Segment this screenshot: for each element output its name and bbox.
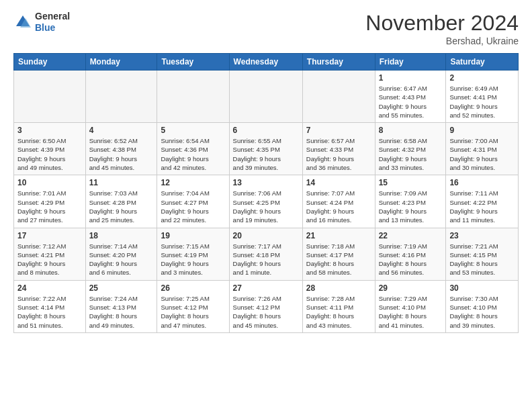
- table-row: 6Sunrise: 6:55 AM Sunset: 4:35 PM Daylig…: [229, 123, 302, 175]
- day-number: 12: [161, 178, 225, 187]
- table-row: 21Sunrise: 7:18 AM Sunset: 4:17 PM Dayli…: [302, 228, 375, 280]
- day-number: 15: [379, 178, 443, 187]
- table-row: [14, 71, 86, 123]
- table-row: 13Sunrise: 7:06 AM Sunset: 4:25 PM Dayli…: [229, 175, 302, 228]
- day-info: Sunrise: 7:11 AM Sunset: 4:22 PM Dayligh…: [449, 189, 515, 224]
- col-thursday: Thursday: [302, 54, 375, 71]
- table-row: 3Sunrise: 6:50 AM Sunset: 4:39 PM Daylig…: [14, 123, 86, 175]
- logo-icon: [13, 13, 32, 32]
- day-info: Sunrise: 6:50 AM Sunset: 4:39 PM Dayligh…: [17, 136, 82, 172]
- table-row: 20Sunrise: 7:17 AM Sunset: 4:18 PM Dayli…: [229, 228, 302, 280]
- logo: General Blue: [13, 11, 70, 34]
- col-sunday: Sunday: [14, 54, 86, 71]
- table-row: 15Sunrise: 7:09 AM Sunset: 4:23 PM Dayli…: [375, 175, 446, 228]
- day-number: 25: [89, 283, 154, 293]
- day-info: Sunrise: 7:00 AM Sunset: 4:31 PM Dayligh…: [449, 136, 515, 172]
- day-info: Sunrise: 6:58 AM Sunset: 4:32 PM Dayligh…: [379, 136, 443, 172]
- day-number: 4: [89, 126, 154, 135]
- table-row: 30Sunrise: 7:30 AM Sunset: 4:10 PM Dayli…: [446, 280, 519, 332]
- table-row: [85, 71, 157, 123]
- day-number: 7: [306, 126, 371, 135]
- table-row: 19Sunrise: 7:15 AM Sunset: 4:19 PM Dayli…: [157, 228, 229, 280]
- day-info: Sunrise: 7:06 AM Sunset: 4:25 PM Dayligh…: [233, 189, 299, 224]
- table-row: 27Sunrise: 7:26 AM Sunset: 4:12 PM Dayli…: [229, 280, 302, 332]
- day-number: 21: [306, 231, 371, 240]
- day-info: Sunrise: 7:04 AM Sunset: 4:27 PM Dayligh…: [161, 189, 225, 224]
- day-number: 9: [449, 126, 515, 135]
- title-block: November 2024 Bershad, Ukraine: [365, 11, 519, 46]
- calendar-table: Sunday Monday Tuesday Wednesday Thursday…: [13, 53, 519, 333]
- day-info: Sunrise: 6:49 AM Sunset: 4:41 PM Dayligh…: [449, 84, 515, 120]
- calendar-week-row: 10Sunrise: 7:01 AM Sunset: 4:29 PM Dayli…: [14, 175, 519, 228]
- col-friday: Friday: [375, 54, 446, 71]
- table-row: 25Sunrise: 7:24 AM Sunset: 4:13 PM Dayli…: [85, 280, 157, 332]
- page: General Blue November 2024 Bershad, Ukra…: [0, 0, 532, 411]
- col-wednesday: Wednesday: [229, 54, 302, 71]
- day-number: 19: [161, 231, 225, 240]
- calendar-header-row: Sunday Monday Tuesday Wednesday Thursday…: [14, 54, 519, 71]
- calendar-week-row: 24Sunrise: 7:22 AM Sunset: 4:14 PM Dayli…: [14, 280, 519, 332]
- col-tuesday: Tuesday: [157, 54, 229, 71]
- day-number: 13: [233, 178, 299, 187]
- day-info: Sunrise: 7:18 AM Sunset: 4:17 PM Dayligh…: [306, 242, 371, 277]
- col-monday: Monday: [85, 54, 157, 71]
- table-row: 14Sunrise: 7:07 AM Sunset: 4:24 PM Dayli…: [302, 175, 375, 228]
- day-number: 14: [306, 178, 371, 187]
- day-number: 11: [89, 178, 154, 187]
- table-row: [157, 71, 229, 123]
- day-info: Sunrise: 7:14 AM Sunset: 4:20 PM Dayligh…: [89, 242, 154, 277]
- table-row: 11Sunrise: 7:03 AM Sunset: 4:28 PM Dayli…: [85, 175, 157, 228]
- day-number: 16: [449, 178, 515, 187]
- day-info: Sunrise: 6:57 AM Sunset: 4:33 PM Dayligh…: [306, 136, 371, 172]
- day-info: Sunrise: 6:52 AM Sunset: 4:38 PM Dayligh…: [89, 136, 154, 172]
- table-row: 23Sunrise: 7:21 AM Sunset: 4:15 PM Dayli…: [446, 228, 519, 280]
- calendar-week-row: 3Sunrise: 6:50 AM Sunset: 4:39 PM Daylig…: [14, 123, 519, 175]
- header: General Blue November 2024 Bershad, Ukra…: [13, 11, 519, 46]
- day-number: 10: [17, 178, 82, 187]
- day-info: Sunrise: 6:54 AM Sunset: 4:36 PM Dayligh…: [161, 136, 225, 172]
- day-info: Sunrise: 7:26 AM Sunset: 4:12 PM Dayligh…: [233, 294, 299, 330]
- table-row: [302, 71, 375, 123]
- day-info: Sunrise: 7:29 AM Sunset: 4:10 PM Dayligh…: [379, 294, 443, 330]
- day-info: Sunrise: 7:21 AM Sunset: 4:15 PM Dayligh…: [449, 242, 515, 277]
- day-info: Sunrise: 7:30 AM Sunset: 4:10 PM Dayligh…: [449, 294, 515, 330]
- table-row: 8Sunrise: 6:58 AM Sunset: 4:32 PM Daylig…: [375, 123, 446, 175]
- day-info: Sunrise: 7:01 AM Sunset: 4:29 PM Dayligh…: [17, 189, 82, 224]
- day-number: 27: [233, 283, 299, 293]
- day-info: Sunrise: 6:55 AM Sunset: 4:35 PM Dayligh…: [233, 136, 299, 172]
- location: Bershad, Ukraine: [365, 36, 519, 46]
- day-info: Sunrise: 7:15 AM Sunset: 4:19 PM Dayligh…: [161, 242, 225, 277]
- day-info: Sunrise: 7:09 AM Sunset: 4:23 PM Dayligh…: [379, 189, 443, 224]
- day-number: 6: [233, 126, 299, 135]
- table-row: 7Sunrise: 6:57 AM Sunset: 4:33 PM Daylig…: [302, 123, 375, 175]
- day-number: 24: [17, 283, 82, 293]
- day-info: Sunrise: 7:24 AM Sunset: 4:13 PM Dayligh…: [89, 294, 154, 330]
- day-number: 17: [17, 231, 82, 240]
- table-row: 26Sunrise: 7:25 AM Sunset: 4:12 PM Dayli…: [157, 280, 229, 332]
- day-info: Sunrise: 7:12 AM Sunset: 4:21 PM Dayligh…: [17, 242, 82, 277]
- table-row: 17Sunrise: 7:12 AM Sunset: 4:21 PM Dayli…: [14, 228, 86, 280]
- day-number: 8: [379, 126, 443, 135]
- day-info: Sunrise: 7:28 AM Sunset: 4:11 PM Dayligh…: [306, 294, 371, 330]
- day-number: 23: [449, 231, 515, 240]
- table-row: 4Sunrise: 6:52 AM Sunset: 4:38 PM Daylig…: [85, 123, 157, 175]
- table-row: 16Sunrise: 7:11 AM Sunset: 4:22 PM Dayli…: [446, 175, 519, 228]
- table-row: 10Sunrise: 7:01 AM Sunset: 4:29 PM Dayli…: [14, 175, 86, 228]
- month-title: November 2024: [365, 11, 519, 36]
- day-number: 2: [449, 73, 515, 83]
- day-number: 28: [306, 283, 371, 293]
- day-number: 18: [89, 231, 154, 240]
- calendar-week-row: 1Sunrise: 6:47 AM Sunset: 4:43 PM Daylig…: [14, 71, 519, 123]
- day-number: 26: [161, 283, 225, 293]
- table-row: 9Sunrise: 7:00 AM Sunset: 4:31 PM Daylig…: [446, 123, 519, 175]
- table-row: 5Sunrise: 6:54 AM Sunset: 4:36 PM Daylig…: [157, 123, 229, 175]
- day-number: 5: [161, 126, 225, 135]
- table-row: 29Sunrise: 7:29 AM Sunset: 4:10 PM Dayli…: [375, 280, 446, 332]
- day-info: Sunrise: 7:03 AM Sunset: 4:28 PM Dayligh…: [89, 189, 154, 224]
- day-number: 29: [379, 283, 443, 293]
- day-info: Sunrise: 7:22 AM Sunset: 4:14 PM Dayligh…: [17, 294, 82, 330]
- day-info: Sunrise: 7:07 AM Sunset: 4:24 PM Dayligh…: [306, 189, 371, 224]
- day-number: 20: [233, 231, 299, 240]
- table-row: 28Sunrise: 7:28 AM Sunset: 4:11 PM Dayli…: [302, 280, 375, 332]
- day-info: Sunrise: 7:17 AM Sunset: 4:18 PM Dayligh…: [233, 242, 299, 277]
